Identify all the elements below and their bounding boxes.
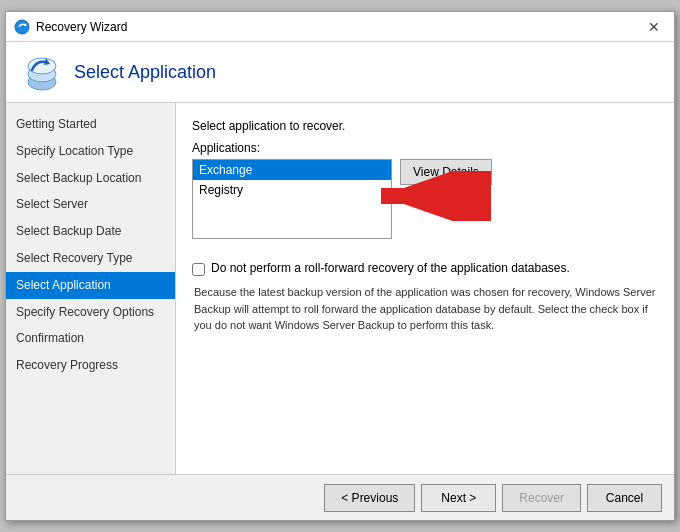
recovery-wizard-icon: [14, 19, 30, 35]
rollforward-checkbox-row: Do not perform a roll-forward recovery o…: [192, 261, 658, 276]
content-area: Select application to recover. Applicati…: [176, 103, 674, 474]
view-details-button[interactable]: View Details: [400, 159, 492, 185]
body-section: Getting Started Specify Location Type Se…: [6, 103, 674, 474]
sidebar-item-recovery-progress[interactable]: Recovery Progress: [6, 352, 175, 379]
sidebar-item-select-application[interactable]: Select Application: [6, 272, 175, 299]
no-rollforward-checkbox[interactable]: [192, 263, 205, 276]
recovery-wizard-dialog: Recovery Wizard ✕ Select Application Get…: [5, 11, 675, 521]
sidebar-item-select-recovery-type[interactable]: Select Recovery Type: [6, 245, 175, 272]
app-listbox[interactable]: Exchange Registry: [192, 159, 392, 239]
app-list-item-exchange[interactable]: Exchange: [193, 160, 391, 180]
title-bar-text: Recovery Wizard: [36, 20, 642, 34]
header-icon: [22, 52, 62, 92]
previous-button[interactable]: < Previous: [324, 484, 415, 512]
sidebar-item-specify-recovery-options[interactable]: Specify Recovery Options: [6, 299, 175, 326]
app-list-item-registry[interactable]: Registry: [193, 180, 391, 200]
sidebar-item-select-backup-location[interactable]: Select Backup Location: [6, 165, 175, 192]
svg-point-4: [28, 58, 56, 74]
cancel-button[interactable]: Cancel: [587, 484, 662, 512]
content-instruction: Select application to recover.: [192, 119, 658, 133]
next-button[interactable]: Next >: [421, 484, 496, 512]
header-title: Select Application: [74, 62, 216, 83]
footer: < Previous Next > Recover Cancel: [6, 474, 674, 520]
description-text: Because the latest backup version of the…: [192, 284, 658, 334]
sidebar-item-select-backup-date[interactable]: Select Backup Date: [6, 218, 175, 245]
sidebar-item-specify-location-type[interactable]: Specify Location Type: [6, 138, 175, 165]
sidebar-item-getting-started[interactable]: Getting Started: [6, 111, 175, 138]
sidebar: Getting Started Specify Location Type Se…: [6, 103, 176, 474]
sidebar-item-select-server[interactable]: Select Server: [6, 191, 175, 218]
app-list-container: Exchange Registry View Details: [192, 159, 658, 239]
sidebar-item-confirmation[interactable]: Confirmation: [6, 325, 175, 352]
recover-button[interactable]: Recover: [502, 484, 581, 512]
applications-label: Applications:: [192, 141, 658, 155]
svg-point-0: [15, 20, 29, 34]
title-bar: Recovery Wizard ✕: [6, 12, 674, 42]
no-rollforward-label[interactable]: Do not perform a roll-forward recovery o…: [211, 261, 570, 275]
close-button[interactable]: ✕: [642, 17, 666, 37]
header-section: Select Application: [6, 42, 674, 103]
